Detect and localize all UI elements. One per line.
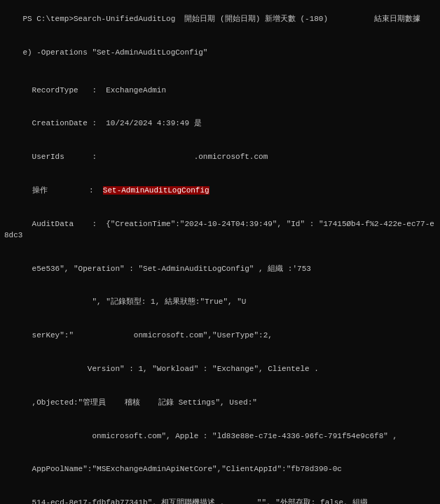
record1-auditdata-7: onmicrosoft.com", Apple : "ld83e88e-c71e… — [4, 420, 436, 454]
record1-userids: UserIds : .onmicrosoft.com — [4, 141, 436, 174]
record1-auditdata-6: ,Objected:"管理員 稽核 記錄 Settings", Used:" — [4, 386, 436, 420]
record1-recordtype: RecordType : ExchangeAdmin — [4, 74, 436, 108]
record1-creationdate: CreationDate : 10/24/2024 4:39:49 是 — [4, 107, 436, 141]
record1-auditdata-9: 514-ecd-8e17-fdbfab77341b", 相互間聯機描述 , ""… — [4, 486, 436, 504]
header-line2: e) -Operations "Set-AdminAuditLogConfig" — [4, 36, 436, 70]
record1-auditdata-5: Version" : 1, "Workload" : "Exchange", C… — [4, 353, 436, 386]
terminal-window: PS C:\temp>Search-UnifiedAuditLog 開始日期 (… — [4, 3, 436, 504]
record1-auditdata-2: e5e536", "Operation" : "Set-AdminAuditLo… — [4, 253, 436, 286]
header-line1: PS C:\temp>Search-UnifiedAuditLog 開始日期 (… — [4, 3, 436, 36]
record1-auditdata-1: AuditData : {"CreationTime":"2024-10-24T… — [4, 208, 436, 253]
record1-auditdata-8: AppPoolName":"MSExchangeAdminApiNetCore"… — [4, 454, 436, 487]
operation-highlight-1: Set-AdminAuditLogConfig — [103, 186, 209, 195]
record-1: RecordType : ExchangeAdmin CreationDate … — [4, 74, 436, 504]
record1-auditdata-3: ", "記錄類型: 1, 結果狀態:"True", "U — [4, 286, 436, 319]
record1-auditdata-4: serKey":" onmicrosoft.com","UserType":2, — [4, 319, 436, 353]
record1-operation: 操作 : Set-AdminAuditLogConfig — [4, 174, 436, 208]
